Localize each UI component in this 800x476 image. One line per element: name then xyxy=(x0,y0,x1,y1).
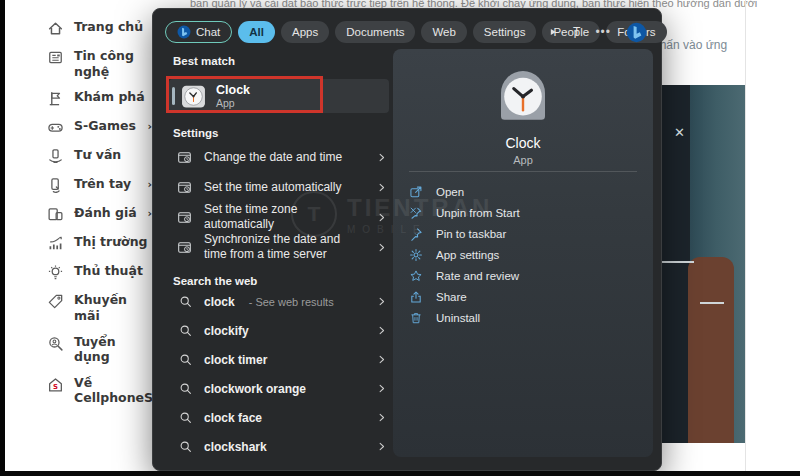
search-icon xyxy=(179,411,192,424)
app-action-row[interactable]: Unpin from Start xyxy=(409,202,643,223)
chevron-right-icon xyxy=(376,242,387,253)
pin-icon xyxy=(409,227,423,241)
web-result-label: clock face xyxy=(204,411,262,425)
best-match-subtitle: App xyxy=(216,97,250,110)
taskbar-edge xyxy=(0,471,800,476)
trash-icon xyxy=(409,311,423,325)
overflow-menu-icon[interactable]: ••• xyxy=(595,25,611,39)
search-icon xyxy=(179,324,192,337)
section-best-match: Best match xyxy=(173,55,235,67)
app-action-row[interactable]: Open xyxy=(409,181,643,202)
tabbar-right-controls: T ••• xyxy=(548,21,647,43)
web-result-row[interactable]: clockwork orange xyxy=(167,374,393,403)
more-tabs-icon[interactable] xyxy=(548,27,558,37)
app-action-label: Rate and review xyxy=(436,270,519,282)
tab-label: Web xyxy=(432,26,455,38)
sidebar-item[interactable]: S-Games › xyxy=(47,113,152,142)
sidebar-item[interactable]: Tuyển dụng xyxy=(47,329,152,370)
app-title: Clock xyxy=(505,135,540,151)
app-action-row[interactable]: Pin to taskbar xyxy=(409,223,643,244)
bing-icon xyxy=(177,25,191,39)
settings-result-row[interactable]: Set the time automatically xyxy=(167,172,393,202)
flag-icon xyxy=(47,90,64,107)
settings-result-label: Synchronize the date and time from a tim… xyxy=(204,232,364,262)
screenshot-root: bạn quản lý và cài đặt báo thức trực tiế… xyxy=(0,0,800,476)
sidebar-item[interactable]: Khuyến mãi xyxy=(47,287,152,328)
search-filter-tab[interactable]: Apps xyxy=(281,21,329,43)
web-result-label: clock timer xyxy=(204,353,267,367)
sidebar-item-label: Về CellphoneS xyxy=(74,375,153,406)
winclock-icon xyxy=(177,180,192,195)
tab-label: Apps xyxy=(292,26,318,38)
tab-label: Settings xyxy=(484,26,526,38)
tab-label: Documents xyxy=(346,26,404,38)
shot-highlight-line xyxy=(700,302,724,304)
sidebar-item[interactable]: Tư vấn xyxy=(47,142,152,171)
web-result-row[interactable]: clock - See web results xyxy=(167,287,393,316)
sidebar-item-label: Đánh giá xyxy=(74,205,141,221)
sidebar-item-label: S-Games xyxy=(74,118,141,134)
search-icon xyxy=(179,440,192,453)
best-match-result-clock[interactable]: Clock App xyxy=(169,79,389,113)
sidebar-item[interactable]: Thủ thuật xyxy=(47,258,152,287)
app-action-row[interactable]: Share xyxy=(409,286,643,307)
sidebar-item[interactable]: Đánh giá › xyxy=(47,200,152,229)
winclock-icon xyxy=(177,210,192,225)
close-icon: ✕ xyxy=(674,125,685,140)
web-result-row[interactable]: clock timer xyxy=(167,345,393,374)
app-action-row[interactable]: App settings xyxy=(409,244,643,265)
app-action-row[interactable]: Uninstall xyxy=(409,307,643,328)
bulb-icon xyxy=(47,264,64,281)
search-filter-tab[interactable]: All xyxy=(238,21,275,43)
search-filter-tab[interactable]: Web xyxy=(421,21,466,43)
web-result-row[interactable]: clockshark xyxy=(167,432,393,461)
home-icon xyxy=(47,20,64,37)
settings-result-row[interactable]: Set the time zone automatically xyxy=(167,202,393,232)
chart-icon xyxy=(47,235,64,252)
sidebar-item[interactable]: Trang chủ xyxy=(47,14,152,43)
sidebar-item[interactable]: Trên tay › xyxy=(47,171,152,200)
app-detail-pane: Clock App Open Unpin from Start xyxy=(393,49,653,457)
account-badge[interactable]: T xyxy=(573,25,580,39)
svg-text:S: S xyxy=(53,382,58,390)
app-action-label: App settings xyxy=(436,249,499,261)
sidebar-item[interactable]: Thị trường xyxy=(47,229,152,258)
tab-label: Chat xyxy=(196,26,220,38)
sidebar-item-label: Tin công nghệ xyxy=(74,48,152,79)
search-filter-tab[interactable]: Settings xyxy=(473,21,537,43)
sidebar-item[interactable]: Tin công nghệ xyxy=(47,43,152,84)
search-icon xyxy=(179,295,192,308)
search-filter-tab[interactable]: Chat xyxy=(165,21,232,43)
chevron-right-icon xyxy=(376,441,387,452)
app-actions: Open Unpin from Start Pin to taskbar xyxy=(409,181,643,328)
section-settings: Settings xyxy=(173,127,218,139)
handson-icon xyxy=(47,177,64,194)
app-subtitle: App xyxy=(513,154,533,166)
bing-icon[interactable] xyxy=(626,22,647,43)
web-result-row[interactable]: clockify xyxy=(167,316,393,345)
sidebar-item[interactable]: S Về CellphoneS xyxy=(47,370,152,411)
chevron-right-icon xyxy=(376,325,387,336)
news-icon xyxy=(47,49,64,66)
app-action-label: Uninstall xyxy=(436,312,480,324)
web-result-label: clock xyxy=(204,295,235,309)
consult-icon xyxy=(47,148,64,165)
winclock-icon xyxy=(177,240,192,255)
web-result-row[interactable]: clock face xyxy=(167,403,393,432)
sidebar-item[interactable]: Khám phá xyxy=(47,84,152,113)
app-action-row[interactable]: Rate and review xyxy=(409,265,643,286)
settings-result-label: Set the time zone automatically xyxy=(204,202,364,232)
search-filter-tab[interactable]: Documents xyxy=(335,21,415,43)
chevron-right-icon xyxy=(376,383,387,394)
settings-result-row[interactable]: Change the date and time xyxy=(167,142,393,172)
chevron-right-icon xyxy=(376,296,387,307)
wallpaper-shape xyxy=(688,257,734,443)
sidebar-item-label: Trên tay xyxy=(74,176,141,192)
settings-result-label: Set the time automatically xyxy=(204,180,364,195)
chevron-right-icon xyxy=(376,412,387,423)
gamepad-icon xyxy=(47,119,64,136)
sidebar-item-label: Trang chủ xyxy=(74,19,152,35)
tab-label: All xyxy=(249,26,264,38)
settings-result-row[interactable]: Synchronize the date and time from a tim… xyxy=(167,232,393,262)
sidebar-item-label: Khuyến mãi xyxy=(74,292,152,323)
